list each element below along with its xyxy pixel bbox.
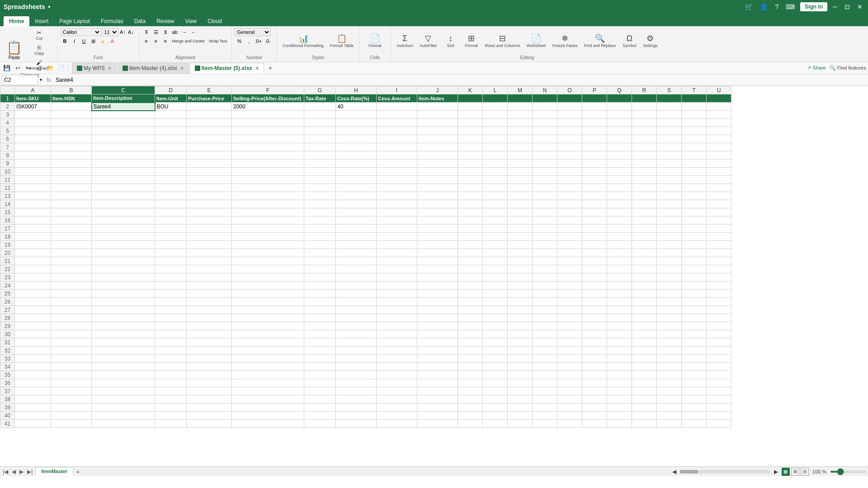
cell-14-5[interactable] <box>232 200 304 208</box>
cell-8-1[interactable] <box>51 151 92 160</box>
cell-16-10[interactable] <box>458 216 483 225</box>
cell-6-7[interactable] <box>336 135 377 143</box>
cell-39-7[interactable] <box>336 404 377 412</box>
cell-21-6[interactable] <box>304 257 336 265</box>
cell-30-12[interactable] <box>508 330 533 338</box>
cell-37-9[interactable] <box>417 387 458 395</box>
cell-9-2[interactable] <box>92 160 155 168</box>
cell-29-18[interactable] <box>657 322 682 330</box>
cell-24-10[interactable] <box>458 282 483 290</box>
cell-22-18[interactable] <box>657 265 682 273</box>
cell-41-9[interactable] <box>417 420 458 428</box>
cell-37-0[interactable] <box>15 387 51 395</box>
cell-14-6[interactable] <box>304 200 336 208</box>
cell-28-18[interactable] <box>657 314 682 322</box>
cell-31-0[interactable] <box>15 338 51 347</box>
cell-29-19[interactable] <box>682 322 707 330</box>
cell-26-13[interactable] <box>533 298 557 306</box>
cell-4-4[interactable] <box>187 119 232 127</box>
cell-21-15[interactable] <box>582 257 607 265</box>
cell-30-17[interactable] <box>632 330 657 338</box>
cell-23-12[interactable] <box>508 273 533 282</box>
cell-12-5[interactable] <box>232 184 304 192</box>
cell-12-17[interactable] <box>632 184 657 192</box>
cell-21-9[interactable] <box>417 257 458 265</box>
cell-32-15[interactable] <box>582 347 607 355</box>
cell-13-7[interactable] <box>336 192 377 200</box>
cell-24-5[interactable] <box>232 282 304 290</box>
cell-23-6[interactable] <box>304 273 336 282</box>
cell-j2[interactable] <box>417 103 458 111</box>
cell-34-20[interactable] <box>707 363 731 371</box>
col-header-c[interactable]: C <box>92 86 155 94</box>
cell-13-4[interactable] <box>187 192 232 200</box>
cell-13-5[interactable] <box>232 192 304 200</box>
cell-40-18[interactable] <box>657 412 682 420</box>
cell-5-4[interactable] <box>187 127 232 135</box>
cell-25-11[interactable] <box>483 290 508 298</box>
row-num-31[interactable]: 31 <box>0 338 15 347</box>
cell-4-9[interactable] <box>417 119 458 127</box>
cell-23-0[interactable] <box>15 273 51 282</box>
cell-23-13[interactable] <box>533 273 557 282</box>
cell-36-1[interactable] <box>51 379 92 387</box>
cell-32-18[interactable] <box>657 347 682 355</box>
cell-26-14[interactable] <box>557 298 582 306</box>
cell-18-10[interactable] <box>458 233 483 241</box>
cell-23-10[interactable] <box>458 273 483 282</box>
cell-9-12[interactable] <box>508 160 533 168</box>
cell-7-3[interactable] <box>155 143 187 151</box>
cell-5-16[interactable] <box>607 127 632 135</box>
cell-28-17[interactable] <box>632 314 657 322</box>
row-num-21[interactable]: 21 <box>0 257 15 265</box>
row-num-5[interactable]: 5 <box>0 127 15 135</box>
cell-40-2[interactable] <box>92 412 155 420</box>
cell-11-9[interactable] <box>417 176 458 184</box>
cell-39-13[interactable] <box>533 404 557 412</box>
cell-22-3[interactable] <box>155 265 187 273</box>
cell-15-12[interactable] <box>508 208 533 216</box>
cell-30-2[interactable] <box>92 330 155 338</box>
cell-10-1[interactable] <box>51 168 92 176</box>
share-button[interactable]: ↗ Share <box>807 65 826 71</box>
col-header-p[interactable]: P <box>582 86 607 94</box>
cell-16-2[interactable] <box>92 216 155 225</box>
cell-22-13[interactable] <box>533 265 557 273</box>
cell-26-10[interactable] <box>458 298 483 306</box>
cell-26-0[interactable] <box>15 298 51 306</box>
cell-23-5[interactable] <box>232 273 304 282</box>
cell-8-16[interactable] <box>607 151 632 160</box>
format-table-button[interactable]: 📋 Format Table <box>327 32 356 50</box>
cell-8-12[interactable] <box>508 151 533 160</box>
cell-4-14[interactable] <box>557 119 582 127</box>
cell-32-11[interactable] <box>483 347 508 355</box>
row-num-8[interactable]: 8 <box>0 151 15 160</box>
row-num-20[interactable]: 20 <box>0 249 15 257</box>
cell-26-2[interactable] <box>92 298 155 306</box>
cell-3-18[interactable] <box>657 111 682 119</box>
cell-23-20[interactable] <box>707 273 731 282</box>
cell-18-17[interactable] <box>632 233 657 241</box>
cell-6-0[interactable] <box>15 135 51 143</box>
cell-17-18[interactable] <box>657 225 682 233</box>
cell-29-9[interactable] <box>417 322 458 330</box>
cell-7-12[interactable] <box>508 143 533 151</box>
cell-n2[interactable] <box>533 103 557 111</box>
cell-26-7[interactable] <box>336 298 377 306</box>
cell-38-13[interactable] <box>533 395 557 404</box>
cell-31-18[interactable] <box>657 338 682 347</box>
cell-40-14[interactable] <box>557 412 582 420</box>
cell-41-8[interactable] <box>377 420 417 428</box>
cell-24-17[interactable] <box>632 282 657 290</box>
cell-17-17[interactable] <box>632 225 657 233</box>
cell-38-8[interactable] <box>377 395 417 404</box>
cell-10-17[interactable] <box>632 168 657 176</box>
print-quick-button[interactable]: 🖨 <box>34 63 44 73</box>
tab-view[interactable]: View <box>179 16 202 26</box>
cell-13-6[interactable] <box>304 192 336 200</box>
cell-10-7[interactable] <box>336 168 377 176</box>
formula-input[interactable] <box>56 75 866 85</box>
cell-16-0[interactable] <box>15 216 51 225</box>
cell-32-20[interactable] <box>707 347 731 355</box>
cell-38-0[interactable] <box>15 395 51 404</box>
